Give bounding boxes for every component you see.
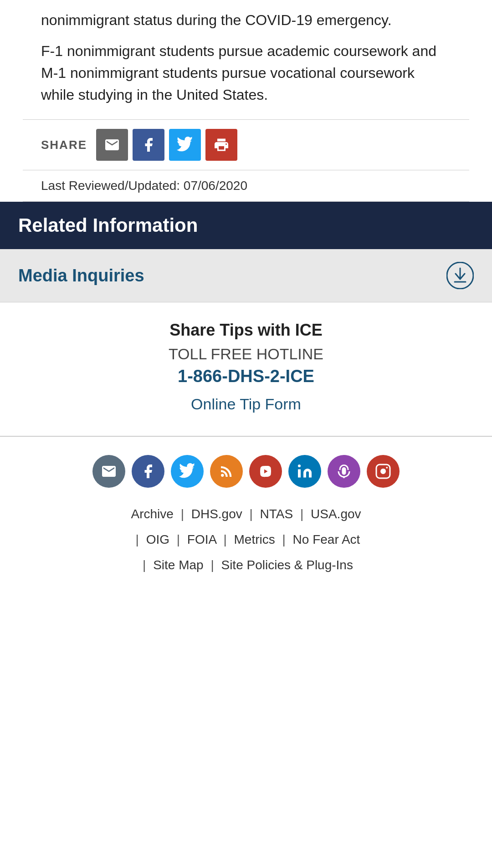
footer-links: Archive | DHS.gov | NTAS | USA.gov | OIG… <box>14 501 478 578</box>
svg-point-2 <box>298 465 301 467</box>
share-bar: SHARE <box>23 120 469 170</box>
footer-separator-5: | <box>177 532 180 546</box>
media-inquiries-accordion: Media Inquiries <box>0 249 492 302</box>
footer-podcast-icon[interactable] <box>328 455 360 488</box>
download-icon <box>446 262 474 289</box>
footer-linkedin-icon[interactable] <box>288 455 321 488</box>
footer-facebook-icon[interactable] <box>132 455 164 488</box>
share-twitter-button[interactable] <box>169 129 201 161</box>
footer-youtube-icon[interactable] <box>249 455 282 488</box>
footer-separator-2: | <box>250 507 253 521</box>
footer-link-oig[interactable]: OIG <box>146 532 169 546</box>
footer-separator-8: | <box>143 558 146 572</box>
share-label: SHARE <box>41 138 87 152</box>
toll-free-label: TOLL FREE HOTLINE <box>18 345 474 363</box>
online-tip-form-link[interactable]: Online Tip Form <box>191 395 301 413</box>
article-content: nonimmigrant status during the COVID-19 … <box>23 0 469 120</box>
media-inquiries-header[interactable]: Media Inquiries <box>0 249 492 302</box>
footer-separator-7: | <box>282 532 286 546</box>
footer-separator-9: | <box>210 558 214 572</box>
footer-link-sitemap[interactable]: Site Map <box>153 558 204 572</box>
tips-section: Share Tips with ICE TOLL FREE HOTLINE 1-… <box>0 302 492 437</box>
hotline-number-link[interactable]: 1-866-DHS-2-ICE <box>18 367 474 386</box>
footer-twitter-icon[interactable] <box>171 455 204 488</box>
footer-instagram-icon[interactable] <box>367 455 400 488</box>
article-paragraph-2: F-1 nonimmigrant students pursue academi… <box>41 40 451 106</box>
footer-rss-icon[interactable] <box>210 455 243 488</box>
footer: Archive | DHS.gov | NTAS | USA.gov | OIG… <box>0 437 492 596</box>
related-information-title: Related Information <box>18 214 474 236</box>
footer-link-site-policies[interactable]: Site Policies & Plug-Ins <box>221 558 353 572</box>
last-reviewed: Last Reviewed/Updated: 07/06/2020 <box>23 170 469 202</box>
media-inquiries-title: Media Inquiries <box>18 266 144 286</box>
related-information-header: Related Information <box>0 202 492 249</box>
footer-separator-6: | <box>223 532 226 546</box>
footer-link-metrics[interactable]: Metrics <box>234 532 275 546</box>
footer-link-foia[interactable]: FOIA <box>187 532 216 546</box>
footer-email-icon[interactable] <box>92 455 125 488</box>
footer-separator-3: | <box>300 507 303 521</box>
last-reviewed-text: Last Reviewed/Updated: 07/06/2020 <box>41 179 247 193</box>
footer-link-usa[interactable]: USA.gov <box>311 507 361 521</box>
footer-link-archive[interactable]: Archive <box>131 507 173 521</box>
article-paragraph-1: nonimmigrant status during the COVID-19 … <box>41 9 451 31</box>
footer-social-icons <box>14 455 478 488</box>
share-email-button[interactable] <box>96 129 128 161</box>
tips-title: Share Tips with ICE <box>18 321 474 340</box>
share-facebook-button[interactable] <box>133 129 164 161</box>
share-icons <box>96 129 237 161</box>
footer-link-dhs[interactable]: DHS.gov <box>191 507 242 521</box>
footer-link-no-fear-act[interactable]: No Fear Act <box>293 532 360 546</box>
share-print-button[interactable] <box>205 129 237 161</box>
footer-link-ntas[interactable]: NTAS <box>260 507 293 521</box>
footer-separator-4: | <box>136 532 139 546</box>
footer-separator-1: | <box>181 507 184 521</box>
